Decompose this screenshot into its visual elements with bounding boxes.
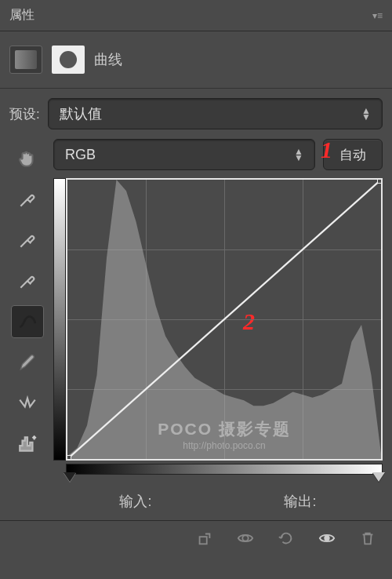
input-label: 输入: (119, 492, 151, 511)
output-label: 输出: (284, 492, 316, 511)
channel-value: RGB (65, 147, 96, 163)
calculate-histogram-button[interactable] (11, 428, 44, 461)
curves-graph[interactable]: 2 POCO 摄影专题 http://photo.poco.cn (66, 178, 383, 461)
white-point-slider[interactable] (372, 472, 385, 482)
curve-point-handle[interactable] (377, 178, 383, 184)
auto-button-label: 自动 (339, 146, 366, 164)
svg-point-3 (325, 536, 329, 541)
toggle-visibility-icon[interactable] (317, 528, 337, 548)
preset-select[interactable]: 默认值 ▲▼ (48, 98, 383, 129)
svg-rect-1 (200, 537, 207, 544)
draw-curve-tool[interactable] (11, 346, 44, 379)
preset-row: 预设: 默认值 ▲▼ (9, 98, 383, 129)
panel-menu-icon[interactable]: ▾≡ (372, 10, 383, 21)
channel-select[interactable]: RGB ▲▼ 1 (53, 139, 315, 170)
black-point-eyedropper[interactable] (11, 183, 44, 216)
adjustment-type-label: 曲线 (94, 50, 122, 69)
edit-points-tool[interactable] (11, 305, 44, 338)
preset-label: 预设: (9, 105, 40, 123)
dropdown-arrows-icon: ▲▼ (361, 107, 371, 120)
input-gradient-ramp[interactable] (66, 464, 383, 475)
curves-adjustment-icon[interactable] (9, 46, 42, 74)
view-previous-state-icon[interactable] (235, 528, 256, 548)
smooth-curve-button[interactable] (11, 387, 44, 420)
delete-adjustment-icon[interactable] (358, 528, 378, 548)
layer-mask-thumbnail[interactable] (52, 46, 85, 74)
white-point-eyedropper[interactable] (11, 264, 44, 297)
output-gradient-ramp (53, 178, 66, 461)
dropdown-arrows-icon: ▲▼ (294, 148, 303, 161)
clip-to-layer-icon[interactable] (194, 528, 215, 548)
io-readout: 输入: 输出: (53, 475, 383, 520)
curves-toolbar (9, 139, 45, 520)
gray-point-eyedropper[interactable] (11, 224, 44, 257)
black-point-slider[interactable] (64, 472, 76, 482)
reset-icon[interactable] (276, 528, 296, 548)
auto-button[interactable]: 自动 (323, 139, 383, 170)
curves-area: 2 POCO 摄影专题 http://photo.poco.cn (53, 178, 383, 461)
on-image-adjust-tool[interactable] (11, 142, 44, 175)
preset-value: 默认值 (60, 104, 102, 123)
panel-title: 属性 (9, 7, 34, 24)
curve-point-handle[interactable] (66, 455, 71, 461)
panel-footer (0, 520, 392, 555)
panel-header: 属性 ▾≡ (0, 0, 392, 31)
svg-point-2 (242, 535, 248, 541)
adjustment-header: 曲线 (0, 31, 392, 89)
